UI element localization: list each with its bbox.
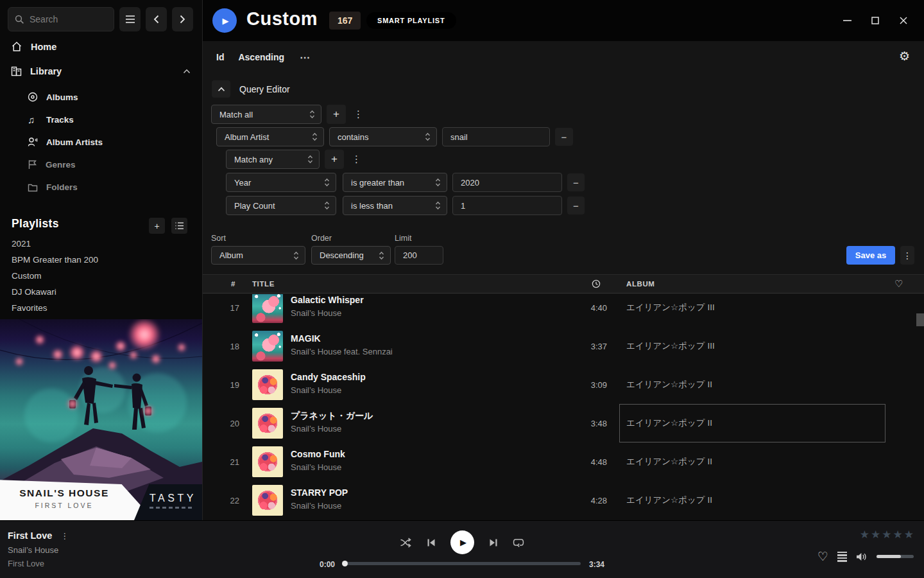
column-header-album[interactable]: ALBUM [626, 280, 655, 288]
now-playing-title[interactable]: First Love [8, 530, 52, 541]
sidebar-item-genres[interactable]: Genres [28, 159, 76, 170]
track-album-link[interactable]: エイリアン☆ポップ II [626, 456, 712, 468]
root-match-select[interactable]: Match all [211, 105, 321, 124]
sidebar-item-album-artists[interactable]: Album Artists [28, 137, 103, 147]
now-playing-artist[interactable]: Snail’s House [8, 545, 69, 555]
track-album-link[interactable]: エイリアン☆ポップ III [626, 302, 715, 313]
play-pause-button[interactable]: ▶ [450, 530, 474, 554]
settings-gear-button[interactable]: ⚙ [899, 49, 910, 64]
playlist-item[interactable]: 2021 [12, 239, 31, 249]
table-row[interactable]: 17 Galactic Whisper Snail’s House 4:40 エ… [203, 294, 924, 327]
previous-button[interactable] [427, 538, 436, 547]
group-menu-button[interactable]: ⋮ [349, 153, 364, 165]
remove-rule-button[interactable]: − [555, 128, 573, 146]
add-rule-button[interactable]: + [327, 105, 346, 124]
add-playlist-button[interactable]: + [149, 218, 165, 234]
star-icon[interactable]: ★ [904, 528, 914, 541]
star-icon[interactable]: ★ [893, 528, 903, 541]
remove-rule-button[interactable]: − [567, 197, 585, 215]
group-match-select[interactable]: Match any [226, 150, 320, 169]
playlist-item[interactable]: BPM Greater than 200 [12, 255, 98, 265]
sidebar-item-folders[interactable]: Folders [28, 182, 78, 192]
playlist-list-button[interactable] [171, 218, 187, 234]
track-artist-link[interactable]: Snail’s House [291, 308, 341, 318]
limit-input[interactable] [395, 246, 443, 265]
sidebar-item-albums[interactable]: Albums [28, 92, 78, 102]
rule-value-input[interactable] [442, 127, 550, 146]
star-icon[interactable]: ★ [860, 528, 869, 541]
favorite-column-icon[interactable]: ♡ [894, 278, 903, 290]
nav-back-button[interactable] [146, 7, 167, 31]
seek-slider-thumb[interactable] [342, 561, 348, 566]
seek-slider[interactable] [343, 562, 581, 565]
repeat-button[interactable] [513, 538, 524, 547]
rule-operator-select[interactable]: is greater than [343, 173, 447, 192]
search-input-wrap[interactable] [8, 7, 114, 31]
scrollbar-thumb[interactable] [916, 313, 924, 326]
duration-column-icon[interactable] [592, 279, 601, 288]
queue-icon[interactable] [837, 552, 847, 562]
sort-direction-button[interactable]: Ascending [238, 52, 284, 62]
rule-value-input[interactable] [452, 196, 562, 215]
add-group-rule-button[interactable]: + [325, 150, 344, 169]
sidebar-item-tracks[interactable]: ♫ Tracks [28, 114, 74, 125]
save-menu-button[interactable]: ⋮ [900, 246, 914, 265]
select-arrows-icon [435, 178, 441, 187]
next-button[interactable] [489, 538, 498, 547]
table-row[interactable]: 19 Candy Spaceship Snail’s House 3:09 エイ… [203, 365, 924, 404]
rule-operator-select[interactable]: is less than [343, 196, 447, 215]
column-header-title[interactable]: TITLE [252, 280, 275, 288]
track-artist-link[interactable]: Snail’s House [291, 501, 341, 511]
shuffle-button[interactable] [400, 538, 412, 548]
list-icon [175, 222, 184, 229]
track-artist-link[interactable]: Snail’s House [291, 462, 341, 472]
playlists-heading: Playlists [12, 217, 59, 231]
chevron-up-icon[interactable] [183, 69, 191, 74]
remove-rule-button[interactable]: − [567, 173, 585, 191]
playlist-item[interactable]: Favorites [12, 303, 47, 313]
volume-icon[interactable] [856, 552, 868, 561]
sidebar-item-library[interactable]: Library [11, 66, 191, 76]
maximize-button[interactable] [861, 8, 889, 33]
rule-field-select[interactable]: Album Artist [216, 127, 324, 146]
track-album-link[interactable]: エイリアン☆ポップ II [626, 379, 712, 390]
rule-value-input[interactable] [452, 173, 562, 192]
root-group-menu-button[interactable]: ⋮ [351, 109, 366, 120]
order-select[interactable]: Descending [311, 246, 391, 265]
play-playlist-button[interactable]: ▶ [212, 8, 237, 33]
table-row[interactable]: 18 MAGIK Snail’s House feat. Sennzai 3:3… [203, 327, 924, 365]
track-artist-link[interactable]: Snail’s House [291, 424, 341, 434]
track-album-link[interactable]: エイリアン☆ポップ III [626, 340, 715, 352]
minimize-button[interactable] [833, 8, 861, 33]
now-playing-menu-button[interactable]: ⋮ [60, 531, 69, 541]
rule-operator-select[interactable]: contains [329, 127, 437, 146]
track-artist-link[interactable]: Snail’s House [291, 385, 341, 395]
sort-select[interactable]: Album [211, 246, 305, 265]
sort-field-button[interactable]: Id [216, 52, 224, 62]
now-playing-album[interactable]: First Love [8, 559, 69, 568]
menu-button[interactable] [119, 7, 141, 31]
table-row[interactable]: 22 STARRY POP Snail’s House 4:28 エイリアン☆ポ… [203, 481, 924, 520]
more-options-button[interactable]: ⋯ [300, 51, 311, 64]
track-artist-link[interactable]: Snail’s House feat. Sennzai [291, 347, 393, 356]
sidebar-item-home[interactable]: Home [11, 41, 56, 52]
table-row[interactable]: 20 プラネット・ガール Snail’s House 3:48 エイリアン☆ポッ… [203, 404, 924, 442]
nav-forward-button[interactable] [172, 7, 193, 31]
playlist-item[interactable]: Custom [12, 271, 42, 281]
column-header-number[interactable]: # [231, 280, 235, 288]
rule-field-select[interactable]: Year [226, 173, 336, 192]
search-input[interactable] [30, 14, 107, 24]
rule-field-select[interactable]: Play Count [226, 196, 336, 215]
track-album-link[interactable]: エイリアン☆ポップ II [626, 417, 712, 429]
star-icon[interactable]: ★ [871, 528, 880, 541]
track-album-link[interactable]: エイリアン☆ポップ II [626, 495, 712, 506]
close-button[interactable] [889, 8, 918, 33]
volume-slider[interactable] [877, 555, 914, 558]
save-as-button[interactable]: Save as [846, 246, 895, 265]
playlist-item[interactable]: DJ Okawari [12, 287, 56, 297]
star-icon[interactable]: ★ [882, 528, 891, 541]
rating-stars: ★ ★ ★ ★ ★ [860, 528, 914, 541]
collapse-query-editor-button[interactable] [212, 80, 230, 98]
table-row[interactable]: 21 Cosmo Funk Snail’s House 4:48 エイリアン☆ポ… [203, 442, 924, 481]
favorite-button[interactable]: ♡ [817, 549, 828, 564]
